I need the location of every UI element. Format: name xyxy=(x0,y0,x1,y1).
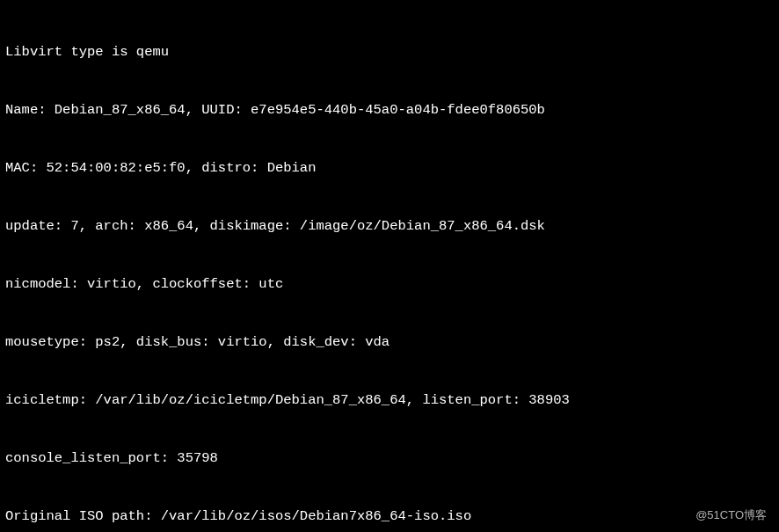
terminal-line: MAC: 52:54:00:82:e5:f0, distro: Debian xyxy=(5,158,774,178)
terminal-line: Original ISO path: /var/lib/oz/isos/Debi… xyxy=(5,506,774,526)
terminal-line: Libvirt type is qemu xyxy=(5,42,774,62)
terminal-output[interactable]: Libvirt type is qemu Name: Debian_87_x86… xyxy=(5,4,774,532)
terminal-line: console_listen_port: 35798 xyxy=(5,448,774,468)
terminal-line: nicmodel: virtio, clockoffset: utc xyxy=(5,274,774,294)
terminal-line: mousetype: ps2, disk_bus: virtio, disk_d… xyxy=(5,332,774,352)
watermark-text: @51CTO博客 xyxy=(695,506,767,525)
terminal-line: update: 7, arch: x86_64, diskimage: /ima… xyxy=(5,216,774,236)
terminal-line: Name: Debian_87_x86_64, UUID: e7e954e5-4… xyxy=(5,100,774,120)
terminal-line: icicletmp: /var/lib/oz/icicletmp/Debian_… xyxy=(5,390,774,410)
